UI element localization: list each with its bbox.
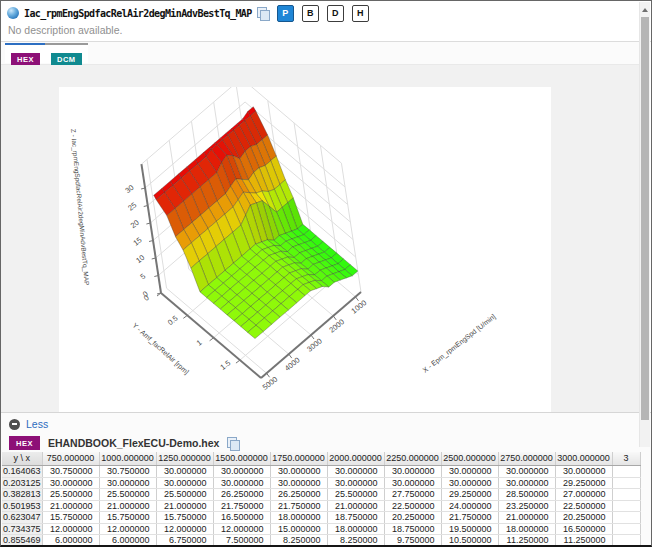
- table-cell[interactable]: 7.500000: [213, 535, 270, 547]
- table-cell[interactable]: 30.000000: [270, 477, 327, 489]
- table-cell[interactable]: 30.000000: [327, 477, 384, 489]
- row-header[interactable]: 0.855469: [2, 535, 42, 547]
- table-cell[interactable]: 21.000000: [156, 500, 213, 512]
- table-cell[interactable]: 30.000000: [555, 466, 612, 478]
- table-cell[interactable]: 12.000000: [42, 523, 99, 535]
- table-cell[interactable]: 21.000000: [327, 500, 384, 512]
- table-cell[interactable]: 12.000000: [156, 523, 213, 535]
- table-cell[interactable]: 22.500000: [555, 500, 612, 512]
- table-cell[interactable]: 12.000000: [213, 523, 270, 535]
- column-header[interactable]: 1250.000000: [156, 452, 213, 466]
- table-cell[interactable]: 6.000000: [99, 535, 156, 547]
- vertical-scrollbar[interactable]: [639, 2, 650, 447]
- row-header[interactable]: 0.164063: [2, 466, 42, 478]
- table-cell[interactable]: 20.250000: [555, 512, 612, 524]
- table-cell[interactable]: 22.500000: [384, 500, 441, 512]
- table-cell[interactable]: 30.000000: [156, 477, 213, 489]
- copy-icon[interactable]: [257, 7, 269, 20]
- table-cell[interactable]: 6.750000: [156, 535, 213, 547]
- table-cell[interactable]: 15.000000: [270, 523, 327, 535]
- table-cell[interactable]: 25.500000: [42, 489, 99, 501]
- scrollbar-up-arrow-icon[interactable]: [640, 4, 650, 15]
- table-cell[interactable]: 30.000000: [441, 466, 498, 478]
- table-cell[interactable]: 11.250000: [498, 535, 555, 547]
- table-cell[interactable]: 30.000000: [498, 477, 555, 489]
- table-cell[interactable]: 18.750000: [384, 523, 441, 535]
- table-cell-partial[interactable]: [612, 489, 640, 501]
- table-cell[interactable]: 15.750000: [42, 512, 99, 524]
- tab-hex[interactable]: HEX: [5, 43, 46, 63]
- scrollbar-thumb[interactable]: [641, 17, 649, 420]
- table-cell[interactable]: 21.750000: [270, 500, 327, 512]
- table-cell-partial[interactable]: [612, 477, 640, 489]
- column-header[interactable]: 750.000000: [42, 452, 99, 466]
- table-cell[interactable]: 18.000000: [327, 523, 384, 535]
- table-cell-partial[interactable]: [612, 512, 640, 524]
- table-cell[interactable]: 25.500000: [327, 489, 384, 501]
- table-cell-partial[interactable]: [612, 535, 640, 547]
- table-cell[interactable]: 21.000000: [498, 512, 555, 524]
- table-cell[interactable]: 30.000000: [441, 477, 498, 489]
- table-cell[interactable]: 15.750000: [156, 512, 213, 524]
- table-cell[interactable]: 23.250000: [498, 500, 555, 512]
- view-button-d[interactable]: D: [327, 5, 344, 22]
- column-header[interactable]: 2000.000000: [327, 452, 384, 466]
- table-cell[interactable]: 25.500000: [99, 489, 156, 501]
- column-header[interactable]: 1500.000000: [213, 452, 270, 466]
- table-cell[interactable]: 21.000000: [99, 500, 156, 512]
- table-cell[interactable]: 30.750000: [99, 466, 156, 478]
- table-cell[interactable]: 6.000000: [42, 535, 99, 547]
- column-header[interactable]: 2500.000000: [441, 452, 498, 466]
- table-cell[interactable]: 30.000000: [498, 466, 555, 478]
- table-cell[interactable]: 24.000000: [441, 500, 498, 512]
- table-cell[interactable]: 21.750000: [213, 500, 270, 512]
- table-cell-partial[interactable]: [612, 500, 640, 512]
- table-cell[interactable]: 20.250000: [384, 512, 441, 524]
- table-cell[interactable]: 18.750000: [327, 512, 384, 524]
- table-cell[interactable]: 28.500000: [498, 489, 555, 501]
- table-cell[interactable]: 8.250000: [270, 535, 327, 547]
- table-cell[interactable]: 30.000000: [384, 466, 441, 478]
- table-cell[interactable]: 19.500000: [441, 523, 498, 535]
- table-cell[interactable]: 30.000000: [99, 477, 156, 489]
- table-cell[interactable]: 30.000000: [156, 466, 213, 478]
- table-cell[interactable]: 15.750000: [99, 512, 156, 524]
- table-cell[interactable]: 25.500000: [156, 489, 213, 501]
- table-cell[interactable]: 16.500000: [213, 512, 270, 524]
- table-cell[interactable]: 16.500000: [555, 523, 612, 535]
- view-button-p[interactable]: P: [277, 5, 294, 22]
- row-header[interactable]: 0.382813: [2, 489, 42, 501]
- table-cell[interactable]: 29.250000: [441, 489, 498, 501]
- row-header[interactable]: 0.203125: [2, 477, 42, 489]
- row-header[interactable]: 0.501953: [2, 500, 42, 512]
- column-header[interactable]: 1750.000000: [270, 452, 327, 466]
- table-cell[interactable]: 30.000000: [270, 466, 327, 478]
- table-cell[interactable]: 9.750000: [384, 535, 441, 547]
- table-cell[interactable]: 10.500000: [441, 535, 498, 547]
- table-corner-header[interactable]: y \ x: [2, 452, 42, 466]
- table-cell[interactable]: 18.000000: [270, 512, 327, 524]
- table-cell[interactable]: 27.000000: [555, 489, 612, 501]
- table-cell[interactable]: 26.250000: [213, 489, 270, 501]
- table-cell[interactable]: 21.000000: [42, 500, 99, 512]
- table-cell[interactable]: 18.000000: [498, 523, 555, 535]
- column-header[interactable]: 3000.000000: [555, 452, 612, 466]
- table-cell-partial[interactable]: [612, 466, 640, 478]
- tab-dcm[interactable]: DCM: [45, 43, 88, 63]
- table-cell[interactable]: 27.750000: [384, 489, 441, 501]
- table-cell[interactable]: 21.750000: [441, 512, 498, 524]
- table-cell[interactable]: 8.250000: [327, 535, 384, 547]
- row-header[interactable]: 0.623047: [2, 512, 42, 524]
- table-cell[interactable]: 30.750000: [42, 466, 99, 478]
- surface-plot-canvas[interactable]: 05101520253000.511.510002000300040005000…: [59, 87, 551, 412]
- less-toggle[interactable]: Less: [9, 418, 48, 430]
- table-cell[interactable]: 29.250000: [555, 477, 612, 489]
- table-cell[interactable]: 30.000000: [327, 466, 384, 478]
- column-header-partial[interactable]: 3: [612, 452, 640, 466]
- collapse-minus-icon[interactable]: [9, 419, 20, 430]
- view-button-b[interactable]: B: [302, 5, 319, 22]
- table-cell-partial[interactable]: [612, 523, 640, 535]
- table-cell[interactable]: 26.250000: [270, 489, 327, 501]
- column-header[interactable]: 1000.000000: [99, 452, 156, 466]
- row-header[interactable]: 0.734375: [2, 523, 42, 535]
